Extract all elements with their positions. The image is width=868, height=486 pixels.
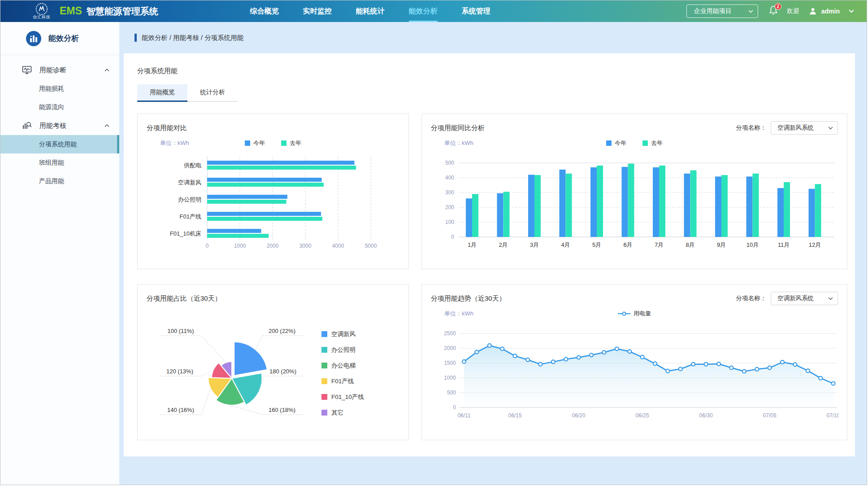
chevron-up-icon	[104, 124, 109, 127]
svg-text:5000: 5000	[365, 243, 377, 249]
chart-panels: 分项用能对比 单位：kWh 今年去年 010002000300040005000…	[137, 114, 844, 440]
legend-item[interactable]: 今年	[606, 139, 626, 147]
svg-text:500: 500	[445, 160, 454, 166]
sidebar-group-diagnosis[interactable]: 用能诊断	[0, 61, 119, 79]
panel-yoy-analysis: 分项用能同比分析 分项名称： 空调新风系统 单位：kWh 今年去年	[421, 114, 847, 269]
svg-text:0: 0	[206, 243, 209, 249]
svg-text:120 (13%): 120 (13%)	[166, 368, 193, 375]
chart-meta-row: 单位：kWh 用电量	[431, 306, 838, 321]
svg-text:180 (20%): 180 (20%)	[269, 368, 296, 375]
svg-text:12月: 12月	[809, 241, 821, 248]
notification-badge: 2	[775, 3, 781, 10]
breadcrumb-text: 能效分析 / 用能考核 / 分项系统用能	[142, 34, 243, 42]
brand-name: 智慧能源管理系统	[87, 5, 158, 18]
chevron-down-icon[interactable]	[849, 9, 854, 13]
notification-bell[interactable]: 2	[769, 5, 778, 17]
svg-text:100 (11%): 100 (11%)	[167, 328, 194, 334]
svg-text:F01产线: F01产线	[331, 378, 354, 385]
svg-text:4000: 4000	[332, 243, 344, 249]
sidebar-item-product-energy[interactable]: 产品用能	[0, 172, 119, 190]
svg-text:2月: 2月	[499, 241, 508, 248]
pie-chart-energy-share: 200 (22%)空调新风180 (20%)办公照明160 (18%)办公电梯1…	[147, 311, 400, 428]
chevron-up-icon	[104, 69, 109, 72]
panel-controls: 分项名称： 空调新风系统	[736, 121, 838, 135]
svg-text:9月: 9月	[717, 241, 726, 248]
chart-meta-row: 单位：kWh 今年去年	[147, 136, 399, 151]
panel-header: 分项用能对比	[147, 120, 399, 136]
sidebar-menu: 用能诊断 用能损耗 能源流向 用能考核 分项系统用能 班组用能 产品用能	[0, 55, 119, 190]
welcome-text: 欢迎	[787, 7, 799, 15]
topbar: 合汇科技 EMS 智慧能源管理系统 综合概览 实时监控 能耗统计 能效分析 系统…	[0, 0, 867, 22]
svg-text:1500: 1500	[444, 360, 456, 366]
panel-title: 分项用能趋势（近30天）	[431, 294, 506, 303]
selector-label: 分项名称：	[736, 294, 767, 302]
brand-ems: EMS	[60, 5, 82, 17]
nav-item-system[interactable]: 系统管理	[462, 0, 490, 22]
unit-label: 单位：kWh	[160, 139, 189, 147]
svg-text:400: 400	[445, 175, 454, 181]
project-select[interactable]: 企业用能项目	[686, 4, 758, 18]
vbar-chart-yoy: 01002003004005001月2月3月4月5月6月7月8月9月10月11月…	[431, 151, 839, 250]
line-chart-energy-trend: 0500100015002000250006/1106/1506/2006/25…	[431, 321, 839, 421]
subsystem-select-value: 空调新风系统	[777, 124, 814, 132]
panel-energy-trend: 分项用能趋势（近30天） 分项名称： 空调新风系统 单位：kWh 用电量	[421, 284, 847, 440]
ems-app-window: 合汇科技 EMS 智慧能源管理系统 综合概览 实时监控 能耗统计 能效分析 系统…	[0, 0, 867, 485]
user-menu[interactable]: admin	[808, 7, 840, 16]
svg-text:办公照明: 办公照明	[331, 346, 356, 353]
sidebar-title: 能效分析	[48, 33, 79, 44]
svg-text:其它: 其它	[331, 409, 343, 416]
legend-item[interactable]: 去年	[281, 139, 301, 147]
svg-text:F01_10机床: F01_10机床	[170, 230, 201, 237]
tab-statistics[interactable]: 统计分析	[187, 84, 238, 102]
chart-legend: 今年去年	[245, 139, 301, 147]
chevron-down-icon	[828, 297, 833, 300]
svg-text:F01_10产线: F01_10产线	[331, 394, 364, 400]
svg-text:0: 0	[453, 404, 456, 411]
svg-text:10月: 10月	[746, 241, 759, 248]
subsystem-select-value: 空调新风系统	[777, 294, 814, 302]
svg-text:06/11: 06/11	[457, 412, 470, 419]
svg-text:300: 300	[445, 189, 454, 196]
nav-item-efficiency[interactable]: 能效分析	[409, 0, 438, 22]
sidebar-item-energy-loss[interactable]: 用能损耗	[0, 79, 119, 98]
svg-text:3000: 3000	[299, 243, 312, 249]
svg-text:1000: 1000	[444, 375, 456, 381]
nav-item-consumption[interactable]: 能耗统计	[356, 0, 385, 22]
panel-header: 分项用能占比（近30天）	[147, 291, 399, 306]
svg-text:160 (18%): 160 (18%)	[269, 407, 295, 413]
chart-legend: 用电量	[618, 310, 651, 318]
panel-title: 分项用能对比	[147, 124, 187, 132]
sidebar-item-team-energy[interactable]: 班组用能	[0, 153, 119, 172]
svg-text:06/30: 06/30	[699, 412, 713, 419]
monitor-pulse-icon	[22, 66, 32, 74]
sidebar-group-assessment[interactable]: 用能考核	[0, 116, 119, 135]
legend-item[interactable]: 用电量	[618, 310, 651, 318]
panel-energy-share: 分项用能占比（近30天） 200 (22%)空调新风180 (20%)办公照明1…	[137, 284, 409, 440]
subsystem-select[interactable]: 空调新风系统	[771, 292, 838, 305]
panel-title: 分项用能同比分析	[431, 124, 485, 132]
subsystem-select[interactable]: 空调新风系统	[771, 121, 838, 135]
svg-text:空调新风: 空调新风	[331, 331, 356, 337]
svg-text:1月: 1月	[468, 241, 477, 248]
chart-legend: 今年去年	[606, 139, 663, 147]
svg-text:0: 0	[451, 234, 454, 240]
svg-text:8月: 8月	[686, 241, 694, 248]
svg-text:供配电: 供配电	[184, 162, 201, 169]
svg-text:2000: 2000	[444, 345, 456, 351]
legend-item[interactable]: 今年	[245, 139, 265, 147]
sidebar-item-label: 能源流向	[39, 103, 64, 111]
hbar-chart-energy-compare: 010002000300040005000供配电空调新风办公照明F01产线F01…	[147, 151, 400, 252]
nav-item-overview[interactable]: 综合概览	[250, 0, 279, 22]
sidebar-group-label: 用能考核	[39, 122, 66, 130]
sidebar-item-energy-flow[interactable]: 能源流向	[0, 98, 119, 116]
svg-text:3月: 3月	[530, 241, 539, 248]
project-select-value: 企业用能项目	[694, 7, 732, 15]
tab-energy-overview[interactable]: 用能概览	[137, 84, 187, 102]
panel-energy-compare: 分项用能对比 单位：kWh 今年去年 010002000300040005000…	[137, 114, 409, 269]
legend-item[interactable]: 去年	[642, 139, 663, 147]
sidebar-item-subsystem-energy[interactable]: 分项系统用能	[0, 135, 119, 153]
main-content: 能效分析 / 用能考核 / 分项系统用能 分项系统用能 用能概览 统计分析 分项…	[119, 22, 867, 485]
chevron-down-icon	[828, 127, 833, 130]
nav-item-realtime[interactable]: 实时监控	[303, 0, 332, 22]
svg-text:7月: 7月	[655, 241, 664, 248]
